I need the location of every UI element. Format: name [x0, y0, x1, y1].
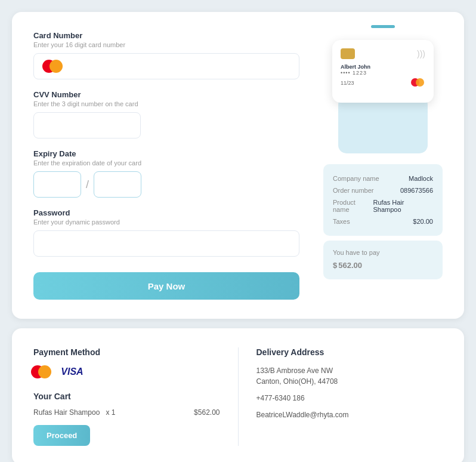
summary-row-label: Product name	[333, 199, 373, 213]
payment-method-title: Payment Method	[33, 347, 220, 357]
your-cart-title: Your Cart	[33, 392, 220, 401]
summary-row-label: Company name	[333, 175, 379, 182]
card-number-input-wrapper[interactable]: 2445 – 2425 – 7845 – 1223	[33, 53, 299, 79]
password-input-wrapper[interactable]: ••••••	[33, 230, 299, 257]
visa-payment-icon: VISA	[61, 364, 84, 380]
pay-amount: $562.00	[333, 257, 433, 271]
amount-value: 562.00	[338, 261, 362, 270]
summary-row-value: $20.00	[413, 218, 433, 225]
summary-details-box: Company nameMadlockOrder number089673566…	[323, 164, 443, 236]
credit-card-section: ))) Albert John •••• 1223 11/23 Company …	[323, 25, 443, 279]
summary-row: Order number089673566	[333, 184, 433, 196]
summary-row-value: Rufas Hair Shampoo	[373, 199, 433, 213]
card-number-group: Card Number Enter your 16 digit card num…	[33, 31, 299, 79]
bottom-info-card: Payment Method VISA Your Cart Rufas Hair…	[12, 328, 464, 462]
password-input[interactable]: ••••••	[42, 239, 290, 249]
expiry-year-input[interactable]: 23	[94, 171, 141, 198]
expiry-month-input[interactable]: 11	[33, 171, 81, 198]
form-section: Card Number Enter your 16 digit card num…	[33, 31, 299, 300]
order-summary: Company nameMadlockOrder number089673566…	[323, 164, 443, 279]
mastercard-payment-icon	[33, 364, 56, 380]
expiry-slash: /	[86, 178, 89, 191]
phone-line: +477-6340 186	[256, 393, 443, 404]
payment-cart-section: Payment Method VISA Your Cart Rufas Hair…	[33, 347, 239, 446]
cart-item-label: Rufas Hair Shampoo	[33, 408, 100, 417]
card-expiry-mc-row: 11/23	[341, 78, 425, 88]
cart-item-row: Rufas Hair Shampoo x 1 $562.00	[33, 408, 220, 417]
address2: Canton, Ohio(OH), 44708	[256, 377, 338, 386]
card-mastercard-mini	[411, 78, 425, 88]
payment-methods-icons: VISA	[33, 364, 220, 380]
summary-row-value: 089673566	[400, 187, 433, 194]
summary-row-label: Order number	[333, 187, 373, 194]
card-chip-row: )))	[341, 48, 425, 59]
cvv-label: CVV Number	[33, 90, 299, 99]
delivery-title: Delivery Address	[256, 347, 443, 357]
expiry-hint: Enter the expiration date of your card	[33, 159, 299, 167]
cvv-input[interactable]: 244	[33, 112, 141, 138]
pay-label: You have to pay	[333, 249, 433, 256]
payment-form-card: Card Number Enter your 16 digit card num…	[12, 12, 464, 319]
card-masked-number: •••• 1223	[341, 70, 425, 76]
pay-now-button[interactable]: Pay Now	[33, 272, 299, 300]
cart-item-price: $562.00	[194, 408, 220, 417]
password-group: Password Enter your dynamic password •••…	[33, 208, 299, 257]
mastercard-icon-bottom	[31, 365, 51, 378]
cvv-hint: Enter the 3 digit number on the card	[33, 100, 299, 107]
summary-row-value: Madlock	[409, 175, 433, 182]
cart-item-qty: x 1	[106, 408, 115, 417]
card-chip-icon	[341, 48, 355, 59]
visa-text: VISA	[61, 366, 83, 377]
cart-item-name: Rufas Hair Shampoo x 1	[33, 408, 115, 417]
cvv-group: CVV Number Enter the 3 digit number on t…	[33, 90, 299, 138]
summary-row: Company nameMadlock	[333, 173, 433, 184]
expiry-row: 11 / 23	[33, 171, 299, 198]
summary-row: Product nameRufas Hair Shampoo	[333, 196, 433, 215]
currency-symbol: $	[333, 261, 337, 270]
summary-row-label: Taxes	[333, 218, 350, 225]
address-line-1: 133/B Ambrose Ave NW Canton, Ohio(OH), 4…	[256, 365, 443, 387]
card-expiry-display: 11/23	[341, 80, 354, 86]
nfc-icon: )))	[417, 49, 425, 58]
address1: 133/B Ambrose Ave NW	[256, 366, 333, 375]
card-number-label: Card Number	[33, 31, 299, 40]
card-number-input[interactable]: 2445 – 2425 – 7845 – 1223	[69, 61, 290, 72]
card-number-hint: Enter your 16 digit card number	[33, 41, 299, 48]
expiry-group: Expiry Date Enter the expiration date of…	[33, 149, 299, 198]
email-line: BeatriceLWaddle@rhyta.com	[256, 409, 443, 420]
mastercard-icon	[42, 60, 61, 73]
card-visual: ))) Albert John •••• 1223 11/23	[332, 40, 434, 103]
proceed-button[interactable]: Proceed	[33, 425, 90, 446]
card-holder-name: Albert John	[341, 64, 425, 70]
delivery-section: Delivery Address 133/B Ambrose Ave NW Ca…	[239, 347, 443, 446]
password-hint: Enter your dynamic password	[33, 218, 299, 226]
password-label: Password	[33, 208, 299, 217]
card-back-visual	[338, 97, 428, 153]
expiry-label: Expiry Date	[33, 149, 299, 158]
card-top-bar	[371, 25, 395, 28]
summary-row: Taxes$20.00	[333, 215, 433, 227]
total-box: You have to pay $562.00	[323, 241, 443, 279]
